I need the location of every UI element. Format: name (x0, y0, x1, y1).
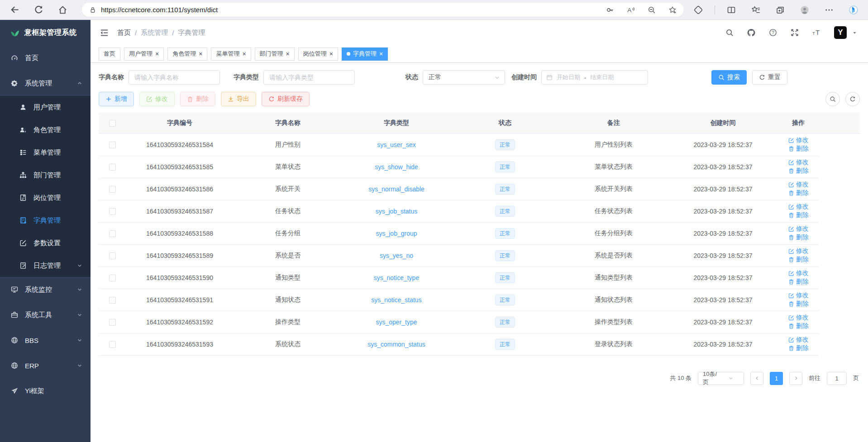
delete-row-button[interactable]: 删除 (788, 211, 809, 219)
delete-row-button[interactable]: 删除 (788, 278, 809, 286)
delete-row-button[interactable]: 删除 (788, 300, 809, 308)
dict-type-link[interactable]: sys_job_status (376, 208, 418, 215)
row-checkbox[interactable] (109, 208, 116, 215)
tab-user[interactable]: 用户管理× (124, 48, 164, 61)
edit-row-button[interactable]: 修改 (788, 336, 809, 344)
close-tab-icon[interactable]: × (199, 50, 202, 57)
page-size-select[interactable]: 10条/页 (698, 372, 744, 385)
dict-type-link[interactable]: sys_user_sex (377, 141, 416, 148)
delete-row-button[interactable]: 删除 (788, 189, 809, 197)
app-logo[interactable]: 意框架管理系统 (0, 20, 91, 45)
refresh-cache-button[interactable]: 刷新缓存 (262, 92, 310, 106)
browser-home-icon[interactable] (58, 5, 67, 14)
row-checkbox[interactable] (109, 142, 116, 148)
delete-row-button[interactable]: 删除 (788, 344, 809, 352)
delete-row-button[interactable]: 删除 (788, 256, 809, 264)
search-button[interactable]: 搜索 (711, 70, 747, 85)
read-aloud-icon[interactable]: A (627, 6, 635, 14)
sidebar-item-system[interactable]: 系统管理 (0, 71, 91, 96)
dict-type-link[interactable]: sys_show_hide (375, 163, 418, 171)
sidebar-item-home[interactable]: 首页 (0, 45, 91, 71)
edit-row-button[interactable]: 修改 (788, 203, 809, 211)
row-checkbox[interactable] (109, 164, 116, 171)
tab-dept[interactable]: 部门管理× (255, 48, 295, 61)
user-avatar[interactable]: Y (834, 26, 847, 39)
close-tab-icon[interactable]: × (155, 50, 159, 57)
extensions-icon[interactable] (694, 5, 703, 14)
sidebar-item-role[interactable]: 角色管理 (0, 119, 91, 141)
row-checkbox[interactable] (109, 341, 116, 348)
dict-type-link[interactable]: sys_notice_status (371, 296, 421, 304)
sidebar-item-menu[interactable]: 菜单管理 (0, 141, 91, 164)
row-checkbox[interactable] (109, 275, 116, 281)
edit-row-button[interactable]: 修改 (788, 181, 809, 189)
browser-menu-icon[interactable] (825, 5, 834, 14)
row-checkbox[interactable] (109, 252, 116, 259)
current-page-button[interactable]: 1 (770, 372, 783, 385)
sidebar-toggle-icon[interactable] (100, 28, 109, 38)
delete-row-button[interactable]: 删除 (788, 145, 809, 153)
dict-type-link[interactable]: sys_common_status (367, 341, 425, 348)
row-checkbox[interactable] (109, 186, 116, 193)
status-select[interactable]: 正常 (423, 70, 505, 85)
add-favorite-icon[interactable] (668, 6, 677, 14)
close-tab-icon[interactable]: × (379, 50, 383, 57)
breadcrumb-home[interactable]: 首页 (117, 29, 131, 37)
github-icon[interactable] (747, 29, 755, 37)
dict-type-link[interactable]: sys_yes_no (380, 252, 413, 259)
sidebar-item-tools[interactable]: 系统工具 (0, 302, 91, 328)
browser-profile-avatar[interactable] (800, 5, 809, 14)
dict-type-input[interactable] (263, 70, 355, 85)
edit-row-button[interactable]: 修改 (788, 269, 809, 277)
copilot-icon[interactable] (849, 5, 858, 14)
collections-icon[interactable] (776, 5, 785, 14)
row-checkbox[interactable] (109, 297, 116, 304)
goto-page-input[interactable] (827, 372, 847, 385)
zoom-out-icon[interactable] (648, 6, 656, 14)
tab-menu[interactable]: 菜单管理× (211, 48, 251, 61)
select-all-checkbox[interactable] (109, 120, 116, 127)
delete-button[interactable]: 删除 (180, 92, 215, 106)
fullscreen-icon[interactable] (791, 29, 799, 37)
url-text[interactable]: https://ccnetcore.com:1101/system/dict (101, 6, 593, 14)
tab-post[interactable]: 岗位管理× (298, 48, 338, 61)
close-tab-icon[interactable]: × (242, 50, 246, 57)
header-search-icon[interactable] (725, 29, 734, 37)
reset-button[interactable]: 重置 (752, 70, 787, 85)
row-checkbox[interactable] (109, 319, 116, 326)
sidebar-item-user[interactable]: 用户管理 (0, 96, 91, 119)
browser-back-icon[interactable] (10, 5, 19, 14)
dict-type-link[interactable]: sys_notice_type (374, 274, 419, 281)
password-icon[interactable] (606, 6, 614, 14)
sidebar-item-bbs[interactable]: BBS (0, 328, 91, 353)
close-tab-icon[interactable]: × (329, 50, 333, 57)
user-menu-caret-icon[interactable] (852, 30, 857, 35)
sidebar-item-erp[interactable]: ERP (0, 353, 91, 378)
delete-row-button[interactable]: 删除 (788, 322, 809, 330)
text-size-icon[interactable]: TT (812, 29, 820, 37)
edit-button[interactable]: 修改 (139, 92, 175, 106)
export-button[interactable]: 导出 (221, 92, 256, 106)
sidebar-item-config[interactable]: 参数设置 (0, 232, 91, 254)
close-tab-icon[interactable]: × (286, 50, 290, 57)
sidebar-item-log[interactable]: 日志管理 (0, 254, 91, 277)
edit-row-button[interactable]: 修改 (788, 136, 809, 144)
favorites-icon[interactable] (751, 5, 760, 14)
prev-page-button[interactable] (750, 372, 763, 385)
add-button[interactable]: 新增 (99, 92, 134, 106)
edit-row-button[interactable]: 修改 (788, 247, 809, 255)
split-screen-icon[interactable] (727, 5, 736, 14)
dict-type-link[interactable]: sys_oper_type (376, 318, 417, 326)
address-bar[interactable]: https://ccnetcore.com:1101/system/dict A (82, 3, 684, 17)
delete-row-button[interactable]: 删除 (788, 233, 809, 242)
edit-row-button[interactable]: 修改 (788, 225, 809, 233)
help-icon[interactable]: ? (769, 29, 777, 37)
edit-row-button[interactable]: 修改 (788, 314, 809, 322)
dict-name-input[interactable] (129, 70, 220, 85)
browser-reload-icon[interactable] (34, 5, 43, 14)
sidebar-item-yi[interactable]: Yi框架 (0, 378, 91, 404)
sidebar-item-dept[interactable]: 部门管理 (0, 164, 91, 186)
edit-row-button[interactable]: 修改 (788, 291, 809, 299)
tab-home[interactable]: 首页 (99, 48, 120, 61)
dict-type-link[interactable]: sys_job_group (376, 230, 417, 237)
